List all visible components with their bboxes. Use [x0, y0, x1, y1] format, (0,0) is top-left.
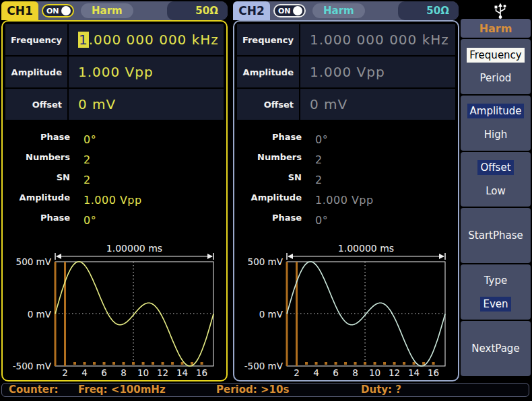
ch1-on-toggle[interactable]: ON	[42, 4, 74, 17]
harmonic-zero-stub	[162, 362, 164, 365]
ch2-numbers-value[interactable]: 2	[302, 149, 323, 170]
x-tick-label: 16	[428, 367, 439, 378]
menu-item-amplitude[interactable]: Amplitude	[467, 104, 525, 118]
x-tick-label: 12	[389, 367, 400, 378]
ch2-on-toggle[interactable]: ON	[273, 4, 306, 17]
menu-item-startphase[interactable]: StartPhase	[465, 228, 525, 243]
harmonic-zero-stub	[84, 362, 86, 365]
ch1-tab[interactable]: CH1	[1, 1, 38, 20]
ch1-offset-value[interactable]: 0 mV	[69, 89, 224, 120]
harmonic-marker-bar	[296, 262, 298, 366]
softkey-amplitude-high[interactable]: Amplitude High	[461, 96, 531, 151]
x-tick-label: 4	[81, 367, 88, 378]
counter-freq: Freq: <100mHz	[78, 384, 166, 396]
harmonic-zero-stub	[181, 362, 184, 365]
ch2-on-label: ON	[278, 7, 291, 15]
x-tick-label: 4	[313, 367, 319, 378]
ch1-sn-value[interactable]: 2	[70, 170, 91, 190]
menu-item-low[interactable]: Low	[483, 184, 508, 198]
span-arrow-right	[207, 254, 213, 259]
x-tick-label: 10	[137, 367, 149, 378]
x-tick-label: 2	[294, 367, 300, 378]
harmonic-zero-stub	[142, 362, 145, 365]
harmonic-zero-stub	[432, 362, 435, 365]
ch2-harmonic-params: Phase0° Numbers2 SN2 Amplitude1.000 Vpp …	[237, 129, 455, 230]
y-tick-label: -500 mV	[13, 361, 52, 371]
harmonic-zero-stub	[73, 362, 76, 365]
menu-item-period[interactable]: Period	[477, 71, 514, 85]
softkey-frequency-period[interactable]: Frequency Period	[461, 39, 531, 94]
ch1-offset-label: Offset	[5, 89, 69, 120]
ch2-topbar: ON Harm 50Ω CH2	[233, 1, 459, 20]
ch2-frequency-label: Frequency	[237, 24, 300, 55]
harmonic-zero-stub	[393, 362, 396, 365]
ch1-numbers-value[interactable]: 2	[70, 149, 91, 170]
ch2-offset-label: Offset	[237, 89, 300, 120]
harmonic-zero-stub	[413, 362, 415, 365]
softkey-nextpage[interactable]: NextPage	[461, 321, 531, 376]
menu-item-even[interactable]: Even	[480, 297, 510, 312]
harmonic-zero-stub	[364, 362, 366, 365]
menu-item-high[interactable]: High	[481, 127, 510, 142]
harmonic-marker-bar	[64, 262, 66, 366]
ch1-harm-amplitude-value[interactable]: 1.000 Vpp	[70, 190, 142, 210]
harmonic-zero-stub	[103, 362, 106, 365]
span-arrow-right	[439, 254, 444, 259]
harmonic-zero-stub	[344, 362, 347, 365]
ch2-offset-row: Offset 0 mV	[237, 89, 455, 120]
y-tick-label: 500 mV	[248, 256, 284, 267]
harmonic-zero-stub	[305, 362, 308, 365]
softkey-startphase[interactable]: StartPhase	[461, 208, 531, 263]
x-tick-label: 10	[369, 367, 380, 378]
time-span-label: 1.00000 ms	[106, 243, 162, 254]
y-tick-label: 0 mV	[259, 309, 284, 320]
harmonic-zero-stub	[374, 362, 376, 365]
ch2-harm-phase-value[interactable]: 0°	[302, 210, 328, 230]
menu-item-type[interactable]: Type	[481, 273, 510, 288]
ch1-impedance-badge: 50Ω	[167, 1, 228, 20]
ch1-amplitude-value[interactable]: 1.000 Vpp	[69, 57, 224, 87]
ch1-frequency-row: Frequency 1.000 000 000 kHz	[5, 24, 224, 55]
ch1-harm-phase-value[interactable]: 0°	[70, 210, 96, 230]
ch2-numbers-label: Numbers	[237, 149, 302, 170]
ch2-tab[interactable]: CH2	[233, 1, 270, 20]
x-tick-label: 12	[157, 367, 168, 378]
ch2-phase-value[interactable]: 0°	[302, 129, 328, 149]
softkey-type-even[interactable]: Type Even	[461, 264, 531, 320]
time-span-label: 1.00000 ms	[338, 243, 394, 254]
span-arrow-left	[288, 254, 293, 259]
harmonic-zero-stub	[325, 362, 327, 365]
menu-item-nextpage[interactable]: NextPage	[469, 341, 522, 356]
harmonic-zero-stub	[403, 362, 405, 365]
counter-label: Counter:	[9, 384, 58, 396]
harmonic-zero-stub	[335, 362, 337, 365]
ch2-offset-value[interactable]: 0 mV	[300, 89, 455, 120]
harmonic-zero-stub	[112, 362, 115, 365]
ch1-frequency-value[interactable]: 1.000 000 000 kHz	[69, 24, 224, 55]
softkey-offset-low[interactable]: Offset Low	[461, 152, 531, 207]
counter-status-bar: Counter: Freq: <100mHz Period: >10s Duty…	[1, 383, 529, 397]
harmonic-zero-stub	[201, 362, 203, 365]
ch2-sn-value[interactable]: 2	[302, 170, 323, 190]
ch2-harm-amplitude-value[interactable]: 1.000 Vpp	[302, 190, 374, 210]
ch1-frequency-label: Frequency	[5, 24, 69, 55]
ch2-frequency-value[interactable]: 1.000 000 000 kHz	[300, 24, 455, 55]
ch1-panel: Frequency 1.000 000 000 kHz Amplitude 1.…	[1, 20, 228, 381]
ch1-topbar: ON Harm 50Ω CH1	[1, 1, 228, 20]
x-tick-label: 14	[408, 367, 420, 378]
x-tick-label: 16	[196, 367, 207, 378]
ch1-harmonic-params: Phase0° Numbers2 SN2 Amplitude1.000 Vpp …	[5, 129, 224, 230]
ch1-phase-value[interactable]: 0°	[70, 129, 96, 149]
y-tick-label: 0 mV	[28, 309, 52, 320]
ch2-amplitude-label: Amplitude	[237, 57, 300, 87]
ch1-fields: Frequency 1.000 000 000 kHz Amplitude 1.…	[5, 24, 224, 121]
ch2-amplitude-value[interactable]: 1.000 Vpp	[300, 57, 455, 87]
ch2-waveform-block: 1.00000 ms500 mV0 mV-500 mV246810121416	[234, 235, 458, 379]
ch1-waveform-plot: 1.00000 ms500 mV0 mV-500 mV246810121416	[3, 235, 226, 379]
ch1-offset-row: Offset 0 mV	[5, 89, 224, 120]
menu-item-offset[interactable]: Offset	[477, 160, 513, 175]
menu-item-frequency[interactable]: Frequency	[467, 48, 525, 63]
harmonic-zero-stub	[383, 362, 386, 365]
softkey-menu: Harm Frequency Period Amplitude High Off…	[461, 19, 531, 376]
span-arrow-left	[56, 254, 61, 259]
